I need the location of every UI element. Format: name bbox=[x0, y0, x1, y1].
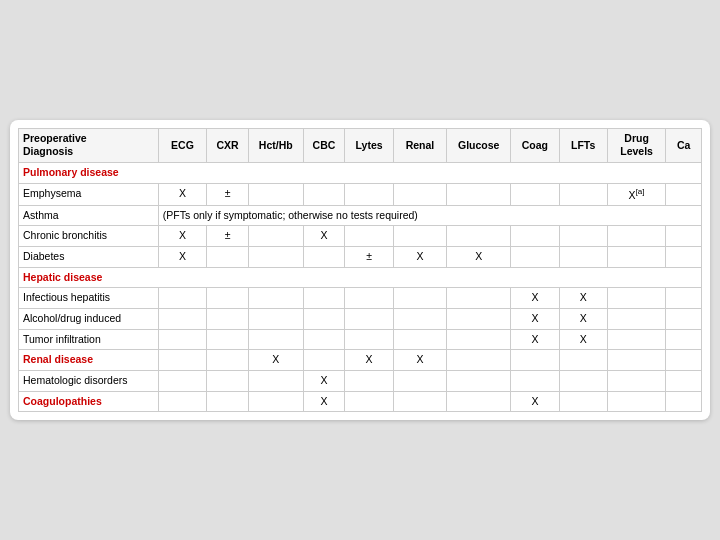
cbc-coag: X bbox=[303, 391, 345, 412]
renal-emphysema bbox=[393, 183, 446, 205]
renal-tumor bbox=[393, 329, 446, 350]
coag-diabetes bbox=[511, 247, 559, 268]
renal-coag bbox=[393, 391, 446, 412]
header-coag: Coag bbox=[511, 128, 559, 162]
ca-emphysema bbox=[666, 183, 702, 205]
header-hct: Hct/Hb bbox=[249, 128, 303, 162]
cxr-hematologic bbox=[207, 370, 249, 391]
cxr-tumor bbox=[207, 329, 249, 350]
gluc-hematologic bbox=[447, 370, 511, 391]
cbc-hematologic: X bbox=[303, 370, 345, 391]
lytes-renal: X bbox=[345, 350, 393, 371]
hct-inf-hep bbox=[249, 288, 303, 309]
coag-tumor: X bbox=[511, 329, 559, 350]
cbc-renal bbox=[303, 350, 345, 371]
ca-inf-hep bbox=[666, 288, 702, 309]
hct-emphysema bbox=[249, 183, 303, 205]
header-ecg: ECG bbox=[158, 128, 206, 162]
category-label-pulmonary: Pulmonary disease bbox=[19, 163, 702, 184]
drug-alc-drug bbox=[607, 309, 665, 330]
header-drug: DrugLevels bbox=[607, 128, 665, 162]
drug-chronic-bronchitis bbox=[607, 226, 665, 247]
drug-tumor bbox=[607, 329, 665, 350]
cxr-coag bbox=[207, 391, 249, 412]
gluc-alc-drug bbox=[447, 309, 511, 330]
gluc-inf-hep bbox=[447, 288, 511, 309]
cbc-tumor bbox=[303, 329, 345, 350]
table-row: Chronic bronchitis X ± X bbox=[19, 226, 702, 247]
ecg-tumor bbox=[158, 329, 206, 350]
ca-tumor bbox=[666, 329, 702, 350]
renal-inf-hep bbox=[393, 288, 446, 309]
table-row: Tumor infiltration X X bbox=[19, 329, 702, 350]
category-label-hepatic: Hepatic disease bbox=[19, 267, 702, 288]
renal-renal: X bbox=[393, 350, 446, 371]
cbc-diabetes bbox=[303, 247, 345, 268]
category-label-renal: Renal disease bbox=[19, 350, 159, 371]
gluc-emphysema bbox=[447, 183, 511, 205]
renal-alc-drug bbox=[393, 309, 446, 330]
table-row: Hematologic disorders X bbox=[19, 370, 702, 391]
hct-renal: X bbox=[249, 350, 303, 371]
lfts-emphysema bbox=[559, 183, 607, 205]
table-row-coagulopathies: Coagulopathies X X bbox=[19, 391, 702, 412]
lytes-alc-drug bbox=[345, 309, 393, 330]
cbc-inf-hep bbox=[303, 288, 345, 309]
hct-tumor bbox=[249, 329, 303, 350]
diag-asthma: Asthma bbox=[19, 205, 159, 226]
coag-chronic-bronchitis bbox=[511, 226, 559, 247]
diag-emphysema: Emphysema bbox=[19, 183, 159, 205]
drug-diabetes bbox=[607, 247, 665, 268]
renal-chronic-bronchitis bbox=[393, 226, 446, 247]
gluc-diabetes: X bbox=[447, 247, 511, 268]
header-glucose: Glucose bbox=[447, 128, 511, 162]
diag-diabetes: Diabetes bbox=[19, 247, 159, 268]
ca-renal bbox=[666, 350, 702, 371]
table-row: Alcohol/drug induced X X bbox=[19, 309, 702, 330]
coag-coag: X bbox=[511, 391, 559, 412]
header-diagnosis: PreoperativeDiagnosis bbox=[19, 128, 159, 162]
diag-hematologic: Hematologic disorders bbox=[19, 370, 159, 391]
ecg-emphysema: X bbox=[158, 183, 206, 205]
category-row-hepatic: Hepatic disease bbox=[19, 267, 702, 288]
gluc-renal bbox=[447, 350, 511, 371]
cxr-renal bbox=[207, 350, 249, 371]
gluc-tumor bbox=[447, 329, 511, 350]
lfts-alc-drug: X bbox=[559, 309, 607, 330]
lytes-hematologic bbox=[345, 370, 393, 391]
category-label-coagulopathies: Coagulopathies bbox=[19, 391, 159, 412]
preop-table: PreoperativeDiagnosis ECG CXR Hct/Hb CBC… bbox=[18, 128, 702, 412]
table-row: Diabetes X ± X X bbox=[19, 247, 702, 268]
ecg-diabetes: X bbox=[158, 247, 206, 268]
cbc-emphysema bbox=[303, 183, 345, 205]
diag-alcohol-drug: Alcohol/drug induced bbox=[19, 309, 159, 330]
lytes-tumor bbox=[345, 329, 393, 350]
gluc-chronic-bronchitis bbox=[447, 226, 511, 247]
header-renal: Renal bbox=[393, 128, 446, 162]
hct-diabetes bbox=[249, 247, 303, 268]
table-row: Infectious hepatitis X X bbox=[19, 288, 702, 309]
cbc-chronic-bronchitis: X bbox=[303, 226, 345, 247]
hct-alc-drug bbox=[249, 309, 303, 330]
cxr-inf-hep bbox=[207, 288, 249, 309]
cxr-chronic-bronchitis: ± bbox=[207, 226, 249, 247]
category-row-pulmonary: Pulmonary disease bbox=[19, 163, 702, 184]
ca-coag bbox=[666, 391, 702, 412]
drug-renal bbox=[607, 350, 665, 371]
ca-chronic-bronchitis bbox=[666, 226, 702, 247]
diag-tumor-infiltration: Tumor infiltration bbox=[19, 329, 159, 350]
header-ca: Ca bbox=[666, 128, 702, 162]
header-cbc: CBC bbox=[303, 128, 345, 162]
table-row: Emphysema X ± X[a] bbox=[19, 183, 702, 205]
lytes-emphysema bbox=[345, 183, 393, 205]
lfts-renal bbox=[559, 350, 607, 371]
coag-renal bbox=[511, 350, 559, 371]
renal-hematologic bbox=[393, 370, 446, 391]
lfts-coag bbox=[559, 391, 607, 412]
cbc-alc-drug bbox=[303, 309, 345, 330]
lytes-diabetes: ± bbox=[345, 247, 393, 268]
table-row-asthma: Asthma (PFTs only if symptomatic; otherw… bbox=[19, 205, 702, 226]
lfts-tumor: X bbox=[559, 329, 607, 350]
ecg-renal bbox=[158, 350, 206, 371]
renal-diabetes: X bbox=[393, 247, 446, 268]
